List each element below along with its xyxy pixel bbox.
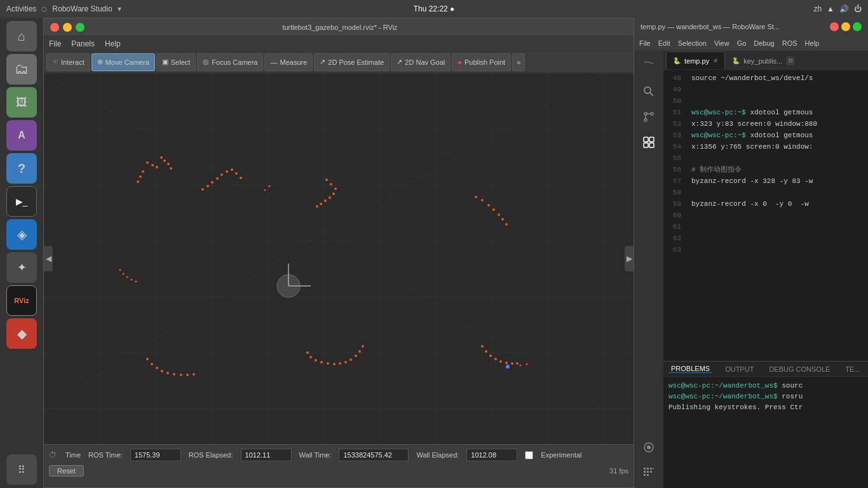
- bottom-tab-problems[interactable]: PROBLEMS: [668, 365, 712, 373]
- dock-item-terminal[interactable]: ▶_: [6, 186, 37, 217]
- bottom-tab-output[interactable]: OUTPUT: [722, 365, 756, 373]
- power-icon[interactable]: ⏻: [854, 4, 862, 13]
- reset-button[interactable]: Reset: [49, 465, 84, 477]
- vscode-min-btn[interactable]: [841, 22, 850, 31]
- bottom-tab-te[interactable]: TE...: [843, 365, 862, 373]
- collapse-right-btn[interactable]: ▶: [625, 246, 634, 271]
- vs-icon-explorer[interactable]: [637, 55, 660, 78]
- toolbar-publish-point[interactable]: ● Publish Point: [452, 53, 511, 71]
- menu-file[interactable]: File: [49, 39, 61, 48]
- menu-panels[interactable]: Panels: [71, 39, 95, 48]
- lang-indicator[interactable]: zh: [813, 4, 822, 13]
- vscode-menu-ros[interactable]: ROS: [782, 39, 797, 47]
- vscode-max-btn[interactable]: [853, 22, 862, 31]
- editor-line-57: 57 byzanz-record -x 328 -y 83 -w: [663, 175, 868, 187]
- toolbar-select[interactable]: ▣ Select: [156, 53, 196, 71]
- rviz-toolbar: ☜ Interact ⊕ Move Camera ▣ Select ◎ Focu…: [44, 51, 634, 73]
- ros-time-label: ROS Time:: [88, 451, 123, 459]
- tab-file-icon: 🐍: [673, 57, 681, 64]
- toolbar-interact[interactable]: ☜ Interact: [46, 53, 90, 71]
- svg-point-17: [137, 180, 139, 183]
- vs-icon-extensions[interactable]: [637, 131, 660, 154]
- rviz-viewport[interactable]: ◀ ▶: [44, 73, 634, 444]
- rviz-maximize-btn[interactable]: [76, 23, 85, 32]
- tab-key-publis-label: key_publis...: [743, 57, 782, 65]
- svg-point-58: [344, 361, 347, 363]
- collapse-left-btn[interactable]: ◀: [44, 246, 53, 271]
- toolbar-2d-nav[interactable]: ↗ 2D Nav Goal: [391, 53, 451, 71]
- svg-point-39: [498, 214, 500, 216]
- svg-rect-102: [647, 471, 649, 473]
- fps-display: 31 fps: [609, 467, 628, 475]
- bottom-panel-tabs: PROBLEMS OUTPUT DEBUG CONSOLE TE...: [663, 362, 868, 377]
- vscode-editor[interactable]: 48 source ~/wanderbot_ws/devel/s 49 50: [663, 70, 868, 361]
- vscode-menu-selection[interactable]: Selection: [678, 39, 707, 47]
- tab-key-icon: 🐍: [732, 57, 740, 64]
- vscode-menu-file[interactable]: File: [639, 39, 651, 47]
- wall-time-label: Wall Time:: [299, 451, 332, 459]
- vs-icon-source-control[interactable]: [637, 105, 660, 128]
- vscode-close-btn[interactable]: [830, 22, 839, 31]
- svg-point-74: [264, 189, 266, 191]
- wall-elapsed-label: Wall Elapsed:: [416, 451, 459, 459]
- menu-help[interactable]: Help: [105, 39, 121, 48]
- editor-lines: 48 source ~/wanderbot_ws/devel/s 49 50: [663, 70, 868, 361]
- tab-key-icon2[interactable]: ⊡: [786, 57, 795, 65]
- dock-item-gem[interactable]: ◆: [6, 318, 37, 349]
- tab-temp-py-close[interactable]: ✕: [713, 57, 718, 64]
- svg-point-14: [146, 161, 149, 164]
- vscode-menu-edit[interactable]: Edit: [658, 39, 670, 47]
- svg-point-33: [320, 203, 322, 205]
- tab-key-publis[interactable]: 🐍 key_publis... ⊡: [725, 51, 802, 69]
- dock-item-photos[interactable]: 🖼: [6, 87, 37, 118]
- vscode-menu-view[interactable]: View: [714, 39, 729, 47]
- dock-item-help[interactable]: ?: [6, 153, 37, 184]
- dock-item-rviz[interactable]: RViz: [6, 285, 37, 316]
- svg-point-59: [349, 358, 352, 361]
- terminal-area[interactable]: wsc@wsc-pc:~/wanderbot_ws$ sourc wsc@wsc…: [663, 377, 868, 488]
- svg-rect-97: [644, 468, 646, 470]
- dock-item-vscode[interactable]: ◈: [6, 219, 37, 250]
- rviz-close-btn[interactable]: [50, 23, 59, 32]
- rviz-minimize-btn[interactable]: [63, 23, 72, 32]
- move-camera-label: Move Camera: [105, 58, 149, 66]
- toolbar-move-camera[interactable]: ⊕ Move Camera: [92, 53, 155, 71]
- svg-point-19: [235, 172, 238, 175]
- svg-point-49: [186, 374, 189, 376]
- ros-time-input[interactable]: [130, 449, 181, 461]
- wifi-icon[interactable]: ▲: [827, 4, 834, 13]
- vs-icon-ros[interactable]: [637, 436, 660, 459]
- dock-item-apps[interactable]: ⠿: [6, 454, 37, 485]
- volume-icon[interactable]: 🔊: [839, 4, 849, 13]
- editor-line-50: 50: [663, 95, 868, 107]
- app-menu-arrow[interactable]: ▾: [118, 4, 121, 13]
- editor-line-56: 56 # 制作动图指令: [663, 164, 868, 175]
- vs-icon-grid[interactable]: [637, 461, 660, 484]
- system-bar-left: Activities ⬡ RoboWare Studio ▾: [6, 4, 121, 13]
- vscode-menu-help[interactable]: Help: [805, 39, 820, 47]
- svg-point-43: [151, 363, 153, 365]
- ros-elapsed-input[interactable]: [241, 449, 292, 461]
- svg-point-57: [339, 362, 341, 365]
- vs-icon-search[interactable]: [637, 80, 660, 103]
- wall-time-input[interactable]: [339, 449, 409, 461]
- dock-item-ros[interactable]: ✦: [6, 252, 37, 283]
- toolbar-measure[interactable]: — Measure: [264, 53, 313, 71]
- dock-item-files[interactable]: 🗂: [6, 54, 37, 85]
- experimental-checkbox[interactable]: [525, 451, 533, 459]
- tab-temp-py[interactable]: 🐍 temp.py ✕: [666, 51, 725, 69]
- toolbar-focus-camera[interactable]: ◎ Focus Camera: [197, 53, 263, 71]
- dock-item-fonts[interactable]: A: [6, 120, 37, 151]
- vscode-menu-debug[interactable]: Debug: [754, 39, 774, 47]
- svg-point-22: [220, 173, 223, 176]
- bottom-tab-debug[interactable]: DEBUG CONSOLE: [766, 365, 832, 373]
- svg-point-37: [487, 204, 490, 207]
- toolbar-2d-pose[interactable]: ↗ 2D Pose Estimate: [314, 53, 390, 71]
- dock-item-home[interactable]: ⌂: [6, 21, 37, 51]
- svg-point-35: [475, 196, 477, 198]
- activities-label[interactable]: Activities: [6, 4, 36, 13]
- toolbar-more-btn[interactable]: »: [512, 53, 525, 71]
- system-bar: Activities ⬡ RoboWare Studio ▾ Thu 22:22…: [0, 0, 868, 18]
- vscode-menu-go[interactable]: Go: [737, 39, 747, 47]
- wall-elapsed-input[interactable]: [466, 449, 517, 461]
